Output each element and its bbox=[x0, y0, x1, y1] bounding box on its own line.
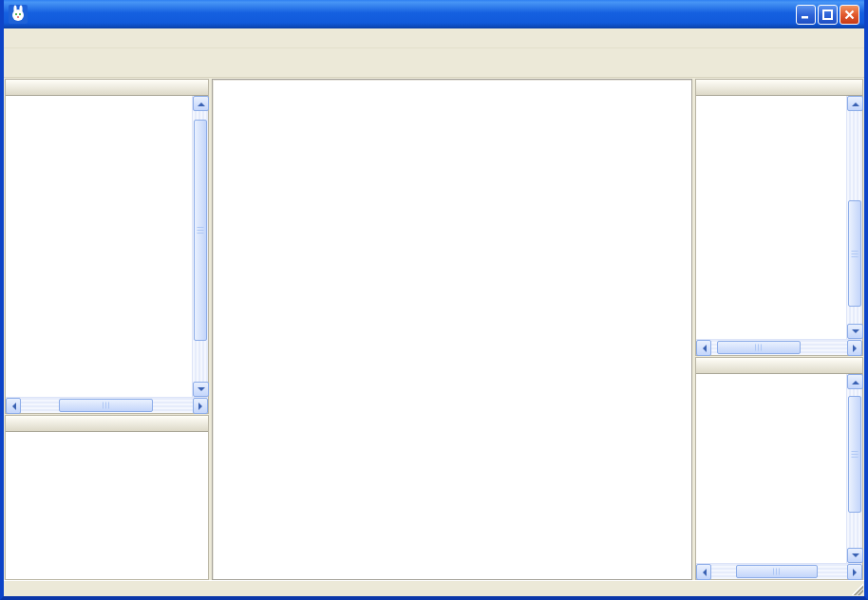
scroll-down-arrow[interactable] bbox=[847, 324, 863, 339]
scroll-left-arrow[interactable] bbox=[696, 564, 711, 580]
panel-local-objects bbox=[5, 415, 209, 580]
elements-vertical-scrollbar[interactable] bbox=[846, 96, 862, 339]
common-vertical-scrollbar[interactable] bbox=[192, 96, 208, 397]
basic-elements-tree bbox=[696, 96, 846, 339]
resize-grip[interactable] bbox=[851, 583, 863, 595]
scroll-left-arrow[interactable] bbox=[696, 340, 711, 356]
scroll-right-arrow[interactable] bbox=[847, 340, 862, 356]
panel-local-objects-title bbox=[6, 416, 208, 432]
scroll-right-arrow[interactable] bbox=[193, 398, 208, 414]
panel-common-objects-title bbox=[6, 80, 208, 96]
object-classes-tree bbox=[696, 374, 846, 563]
panel-basic-elements-title bbox=[696, 80, 862, 96]
menu-bar bbox=[4, 28, 864, 48]
common-objects-tree bbox=[6, 96, 192, 397]
toolbar bbox=[4, 48, 864, 78]
panel-object-classes-title bbox=[696, 358, 862, 374]
scroll-up-arrow[interactable] bbox=[193, 96, 209, 111]
scroll-down-arrow[interactable] bbox=[847, 548, 863, 563]
app-rabbit-icon bbox=[9, 5, 28, 24]
scroll-right-arrow[interactable] bbox=[847, 564, 862, 580]
function-editor-tree bbox=[212, 79, 692, 580]
close-button[interactable] bbox=[840, 5, 859, 25]
app-window bbox=[0, 0, 868, 600]
panel-common-objects bbox=[5, 79, 209, 414]
common-horizontal-scrollbar[interactable] bbox=[6, 397, 208, 413]
classes-horizontal-scrollbar[interactable] bbox=[696, 563, 862, 579]
scroll-up-arrow[interactable] bbox=[847, 96, 863, 111]
panel-basic-elements bbox=[695, 79, 863, 356]
maximize-button[interactable] bbox=[818, 5, 838, 25]
scroll-up-arrow[interactable] bbox=[847, 374, 863, 389]
minimize-button[interactable] bbox=[796, 5, 816, 25]
main-area bbox=[4, 78, 864, 580]
elements-horizontal-scrollbar[interactable] bbox=[696, 339, 862, 355]
title-bar bbox=[4, 0, 864, 28]
classes-vertical-scrollbar[interactable] bbox=[846, 374, 862, 563]
status-bar bbox=[4, 580, 864, 596]
panel-object-classes bbox=[695, 357, 863, 580]
scroll-left-arrow[interactable] bbox=[6, 398, 21, 414]
scroll-down-arrow[interactable] bbox=[193, 382, 209, 397]
